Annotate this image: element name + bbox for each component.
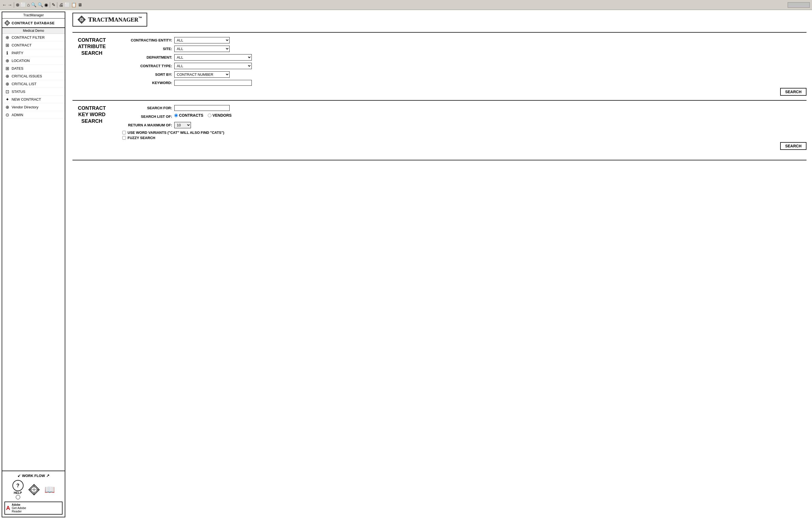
sidebar-bottom: ↙ WORK FLOW ↗ ? HELP bbox=[2, 470, 65, 517]
contract-keyword-search-section: CONTRACT KEY WORD SEARCH SEARCH FOR: SEA… bbox=[72, 100, 807, 154]
critical-issues-icon: ⊕ bbox=[4, 73, 10, 79]
sidebar-contract-database[interactable]: CONTRACT DATABASE bbox=[2, 19, 65, 28]
monitor-icon[interactable]: 🖥 bbox=[78, 2, 82, 7]
keyword-input[interactable] bbox=[174, 80, 252, 86]
workflow-diamond-icon bbox=[28, 484, 40, 496]
attribute-search-title-line2: ATTRIBUTE bbox=[72, 43, 111, 50]
attribute-search-button[interactable]: SEARCH bbox=[780, 88, 807, 96]
toolbar-separator-1 bbox=[14, 2, 14, 8]
sidebar-item-location[interactable]: ⊕ LOCATION bbox=[2, 57, 65, 65]
vendor-directory-icon: ⊕ bbox=[4, 104, 10, 110]
search-for-input[interactable] bbox=[174, 105, 230, 111]
attribute-search-title-line3: SEARCH bbox=[72, 50, 111, 56]
policy-button[interactable]: 📖 bbox=[45, 486, 55, 494]
sidebar-item-critical-issues[interactable]: ⊕ CRITICAL ISSUES bbox=[2, 72, 65, 80]
contracts-radio-label[interactable]: CONTRACTS bbox=[174, 113, 203, 118]
site-row: SITE: ALL bbox=[122, 45, 807, 52]
workflow-icons: ? HELP 📖 bbox=[4, 480, 62, 499]
attribute-search-layout: CONTRACT ATTRIBUTE SEARCH CONTRACTING EN… bbox=[72, 37, 807, 96]
print-icon[interactable]: 🖨 bbox=[59, 2, 63, 7]
clipboard-icon[interactable]: 📋 bbox=[71, 2, 77, 7]
keyword-search-btn-row: SEARCH bbox=[122, 142, 807, 150]
options-block: USE WORD VARIANTS ("CAT" WILL ALSO FIND … bbox=[122, 130, 807, 140]
sidebar-item-label-critical-issues: CRITICAL ISSUES bbox=[11, 74, 42, 78]
contract-filter-icon: ⊕ bbox=[4, 35, 10, 40]
sidebar-item-status[interactable]: ⊡ STATUS bbox=[2, 88, 65, 96]
toolbar-separator-2 bbox=[50, 2, 50, 8]
search-list-row: SEARCH LIST OF: CONTRACTS VENDORS bbox=[122, 113, 807, 120]
adobe-text: Adobe Get Adobe Reader bbox=[11, 503, 26, 513]
sidebar-item-label-vendor-directory: Vendor Directory bbox=[11, 105, 38, 109]
vendors-radio-label[interactable]: VENDORS bbox=[208, 113, 232, 118]
sidebar-item-vendor-directory[interactable]: ⊕ Vendor Directory bbox=[2, 103, 65, 111]
sidebar-item-new-contract[interactable]: ✦ NEW CONTRACT bbox=[2, 96, 65, 103]
sidebar-item-label-contract: CONTRACT bbox=[11, 43, 32, 47]
contracts-radio-text: CONTRACTS bbox=[179, 113, 203, 118]
sidebar-item-dates[interactable]: ⊞ DATES bbox=[2, 65, 65, 72]
forward-icon[interactable]: → bbox=[8, 2, 12, 7]
party-icon: ℹ bbox=[4, 50, 10, 56]
sidebar-item-party[interactable]: ℹ PARTY bbox=[2, 49, 65, 57]
sidebar-item-label-party: PARTY bbox=[11, 51, 23, 55]
sidebar-item-admin[interactable]: ⊙ ADMIN bbox=[2, 111, 65, 119]
workflow-text: WORK FLOW bbox=[22, 474, 45, 478]
scrollbar-top-right[interactable] bbox=[788, 2, 810, 8]
search-icon-1[interactable]: 🔍 bbox=[31, 2, 36, 7]
toolbar-separator-3 bbox=[57, 2, 57, 8]
return-max-select[interactable]: 10 20 50 100 bbox=[174, 122, 191, 128]
word-variants-label: USE WORD VARIANTS ("CAT" WILL ALSO FIND … bbox=[127, 130, 224, 135]
page-icon[interactable]: ⬜ bbox=[21, 2, 26, 7]
sidebar-item-label-dates: DATES bbox=[11, 66, 23, 70]
back-icon[interactable]: ← bbox=[2, 2, 7, 7]
vendors-radio-text: VENDORS bbox=[212, 113, 232, 118]
site-label: SITE: bbox=[122, 47, 172, 51]
contract-type-select[interactable]: ALL bbox=[174, 63, 252, 69]
help-button[interactable]: ? HELP bbox=[12, 480, 24, 499]
return-max-label: RETURN A MAXIMUM OF: bbox=[122, 123, 172, 127]
contract-icon: ⊞ bbox=[4, 42, 10, 48]
bottom-separator bbox=[72, 160, 807, 160]
sidebar-item-label-new-contract: NEW CONTRACT bbox=[11, 97, 41, 101]
workflow-arrow-right: ↗ bbox=[46, 474, 50, 478]
logo-diamond-icon bbox=[78, 16, 86, 24]
workflow-diamond-button[interactable] bbox=[28, 484, 40, 496]
sidebar: TractManager CONTRACT DATABASE Medical D… bbox=[2, 11, 65, 517]
search-list-radio-group: CONTRACTS VENDORS bbox=[174, 113, 232, 118]
sidebar-item-label-location: LOCATION bbox=[11, 59, 30, 63]
keyword-search-button[interactable]: SEARCH bbox=[780, 142, 807, 150]
search-icon-2[interactable]: 🔍 bbox=[38, 2, 43, 7]
app-logo-box: TRACTMANAGER™ bbox=[72, 13, 147, 27]
sidebar-section-title: Medical Demo bbox=[2, 28, 65, 34]
app-header: TRACTMANAGER™ bbox=[72, 13, 807, 27]
site-select[interactable]: ALL bbox=[174, 45, 230, 52]
critical-list-icon: ⊕ bbox=[4, 81, 10, 87]
dates-icon: ⊞ bbox=[4, 66, 10, 71]
location-icon: ⊕ bbox=[4, 58, 10, 63]
sidebar-header-label: CONTRACT DATABASE bbox=[11, 21, 55, 25]
sidebar-item-contract-filter[interactable]: ⊕ CONTRACT FILTER bbox=[2, 34, 65, 41]
home-icon[interactable]: ⌂ bbox=[27, 2, 30, 7]
search-for-label: SEARCH FOR: bbox=[122, 106, 172, 110]
sidebar-item-label-critical-list: CRITICAL LIST bbox=[11, 82, 36, 86]
sidebar-title: TractManager bbox=[2, 12, 65, 19]
adobe-reader-button[interactable]: A Adobe Get Adobe Reader bbox=[4, 501, 62, 515]
vendors-radio[interactable] bbox=[208, 114, 211, 117]
main-panel: TRACTMANAGER™ CONTRACT ATTRIBUTE SEARCH … bbox=[67, 10, 812, 519]
refresh-icon[interactable]: ◉ bbox=[44, 2, 48, 7]
department-select[interactable]: ALL bbox=[174, 54, 252, 61]
word-variants-checkbox[interactable] bbox=[122, 131, 126, 134]
fuzzy-search-checkbox[interactable] bbox=[122, 136, 126, 140]
adobe-icon: A bbox=[6, 505, 10, 511]
search-list-label: SEARCH LIST OF: bbox=[122, 115, 172, 119]
fuzzy-search-label: FUZZY SEARCH bbox=[127, 136, 155, 140]
edit-icon[interactable]: ✎ bbox=[52, 2, 55, 7]
sidebar-item-critical-list[interactable]: ⊕ CRITICAL LIST bbox=[2, 80, 65, 88]
keyword-label: KEYWORD: bbox=[122, 81, 172, 85]
sidebar-item-contract[interactable]: ⊞ CONTRACT bbox=[2, 41, 65, 49]
contracting-entity-select[interactable]: ALL bbox=[174, 37, 230, 43]
trademark: ™ bbox=[138, 16, 142, 20]
contracts-radio[interactable] bbox=[174, 114, 178, 117]
document-icon[interactable]: ⬜ bbox=[64, 2, 70, 7]
sort-by-select[interactable]: CONTRACT NUMBER bbox=[174, 71, 230, 78]
stop-icon[interactable]: ⊗ bbox=[16, 2, 19, 7]
